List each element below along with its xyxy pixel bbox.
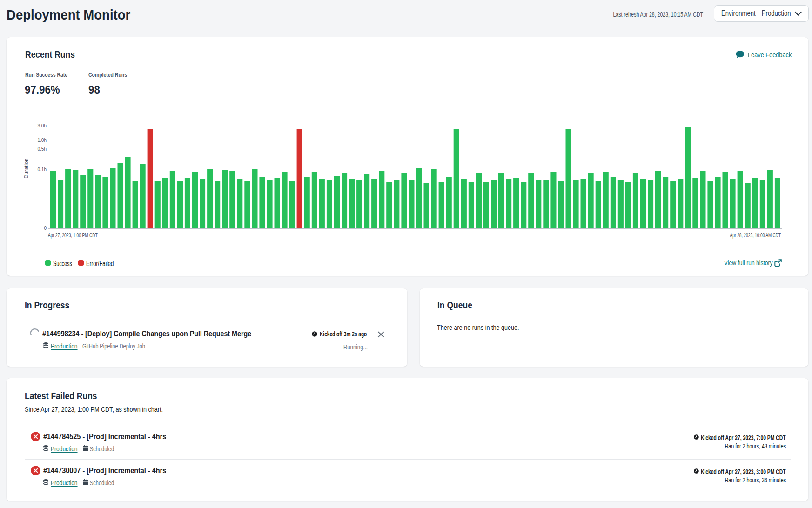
svg-text:3.0h: 3.0h xyxy=(38,123,47,128)
svg-text:1.0h: 1.0h xyxy=(38,138,47,143)
svg-text:Duration: Duration xyxy=(23,158,29,178)
svg-text:Apr 28, 2023, 10:00 AM CDT: Apr 28, 2023, 10:00 AM CDT xyxy=(730,232,781,238)
svg-text:0: 0 xyxy=(44,226,47,231)
svg-text:0.5h: 0.5h xyxy=(38,147,47,152)
svg-text:0.1h: 0.1h xyxy=(38,167,47,172)
svg-text:Apr 27, 2023, 1:00 PM CDT: Apr 27, 2023, 1:00 PM CDT xyxy=(48,232,98,238)
